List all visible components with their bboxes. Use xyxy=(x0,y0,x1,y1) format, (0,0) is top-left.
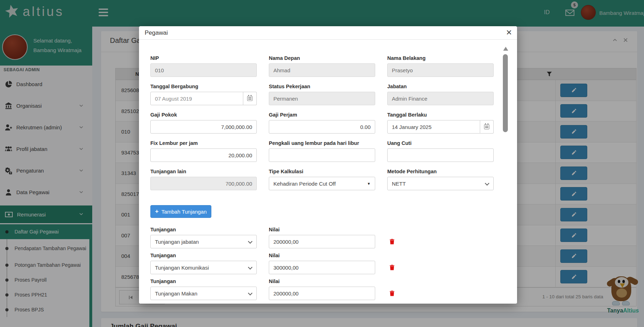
field-label: Tunjangan xyxy=(150,278,257,284)
modal-header: Pegawai ✕ xyxy=(139,26,517,40)
field-label: Tipe Kalkulasi xyxy=(269,169,375,175)
field-label: Tanggal Bergabung xyxy=(150,84,257,90)
close-icon[interactable]: ✕ xyxy=(506,28,512,37)
tunjangan-row: TunjanganTunjangan jabatanNilai200000,00 xyxy=(150,227,494,248)
form-row: Fix Lembur per jam20,000.00Pengkali uang… xyxy=(150,140,494,162)
app-root: altius ID 5 Bambang Wiratmaja Selamat da… xyxy=(0,0,644,327)
jabatan-input[interactable]: Admin Finance xyxy=(387,92,494,105)
field-label: Tunjangan lain xyxy=(150,169,257,175)
field-label: Metode Perhitungan xyxy=(387,169,494,175)
field-label: Status Pekerjaan xyxy=(269,84,375,90)
tunjangan-select[interactable]: Tunjangan jabatan xyxy=(150,235,257,248)
field-label: Uang Cuti xyxy=(387,140,494,146)
tanggal-berlaku-input[interactable]: 14 January 2025 xyxy=(387,120,480,134)
nip-input[interactable]: 010 xyxy=(150,63,257,77)
nilai-input[interactable]: 200000,00 xyxy=(269,235,375,248)
nama-depan-input[interactable]: Ahmad xyxy=(269,63,375,77)
gaji-perjam-input[interactable]: 0.00 xyxy=(269,120,375,134)
field-label: Tunjangan xyxy=(150,227,257,233)
nilai-input[interactable]: 300000,00 xyxy=(269,261,375,274)
field-label: Tanggal Berlaku xyxy=(387,112,494,118)
delete-tunjangan-button[interactable] xyxy=(387,261,396,274)
scroll-up-arrow-icon[interactable] xyxy=(503,47,508,51)
tunjangan-select[interactable]: Tunjangan Makan xyxy=(150,287,257,300)
form-row: Gaji Pokok7,000,000.00Gaji Perjam0.00Tan… xyxy=(150,112,494,134)
fix-lembur-per-jam-input[interactable]: 20,000.00 xyxy=(150,148,257,162)
plus-icon: + xyxy=(155,208,159,215)
field-label: Nama Depan xyxy=(269,55,375,61)
tunjangan-select[interactable]: Tunjangan Komunikasi xyxy=(150,261,257,274)
field-label: Gaji Perjam xyxy=(269,112,375,118)
calendar-icon[interactable] xyxy=(243,92,257,105)
field-label: Fix Lembur per jam xyxy=(150,140,257,146)
delete-tunjangan-button[interactable] xyxy=(387,235,396,248)
nilai-input[interactable]: 200000,00 xyxy=(269,287,375,300)
modal-scrollbar[interactable] xyxy=(503,47,508,132)
chevron-down-icon xyxy=(248,291,252,295)
modal-title: Pegawai xyxy=(145,29,168,36)
tunjangan-lain-input[interactable]: 700,000.00 xyxy=(150,177,257,190)
field-label: Nilai xyxy=(269,253,375,259)
tambah-tunjangan-button[interactable]: +Tambah Tunjangan xyxy=(150,205,211,218)
field-label: Jabatan xyxy=(387,84,494,90)
form-row: Tanggal Bergabung07 August 2019Status Pe… xyxy=(150,84,494,105)
trash-icon xyxy=(389,290,395,297)
pengkali-uang-lembur-pada-hari-libur-input[interactable] xyxy=(269,148,375,162)
tipe-kalkulasi-select[interactable]: Kehadiran Periode Cut Off▼ xyxy=(269,177,375,190)
uang-cuti-input[interactable] xyxy=(387,148,494,162)
calendar-icon[interactable] xyxy=(480,120,494,134)
trash-icon xyxy=(389,238,395,245)
status-pekerjaan-input[interactable]: Permanen xyxy=(269,92,375,105)
field-label: Gaji Pokok xyxy=(150,112,257,118)
metode-perhitungan-select[interactable]: NETT xyxy=(387,177,494,190)
form-row: NIP010Nama DepanAhmadNama BelakangPraset… xyxy=(150,55,494,77)
tanggal-bergabung-input[interactable]: 07 August 2019 xyxy=(150,92,243,105)
caret-down-icon: ▼ xyxy=(367,182,371,186)
chevron-down-icon xyxy=(248,239,252,244)
tunjangan-row: TunjanganTunjangan KomunikasiNilai300000… xyxy=(150,253,494,274)
gaji-pokok-input[interactable]: 7,000,000.00 xyxy=(150,120,257,134)
field-label: Pengkali uang lembur pada hari libur xyxy=(269,140,375,146)
trash-icon xyxy=(389,264,395,271)
field-label: NIP xyxy=(150,55,257,61)
delete-tunjangan-button[interactable] xyxy=(387,287,396,300)
modal-body: NIP010Nama DepanAhmadNama BelakangPraset… xyxy=(139,40,517,300)
chevron-down-icon xyxy=(248,265,252,270)
field-label: Nilai xyxy=(269,227,375,233)
field-label: Tunjangan xyxy=(150,253,257,259)
nama-belakang-input[interactable]: Prasetyo xyxy=(387,63,494,77)
field-label: Nama Belakang xyxy=(387,55,494,61)
tunjangan-row: TunjanganTunjangan MakanNilai200000,00 xyxy=(150,278,494,300)
field-label: Nilai xyxy=(269,278,375,284)
chevron-down-icon xyxy=(485,181,489,186)
form-row: Tunjangan lain700,000.00Tipe KalkulasiKe… xyxy=(150,169,494,190)
pegawai-modal: Pegawai ✕ NIP010Nama DepanAhmadNama Bela… xyxy=(139,26,517,304)
scrollbar-thumb[interactable] xyxy=(503,54,508,132)
